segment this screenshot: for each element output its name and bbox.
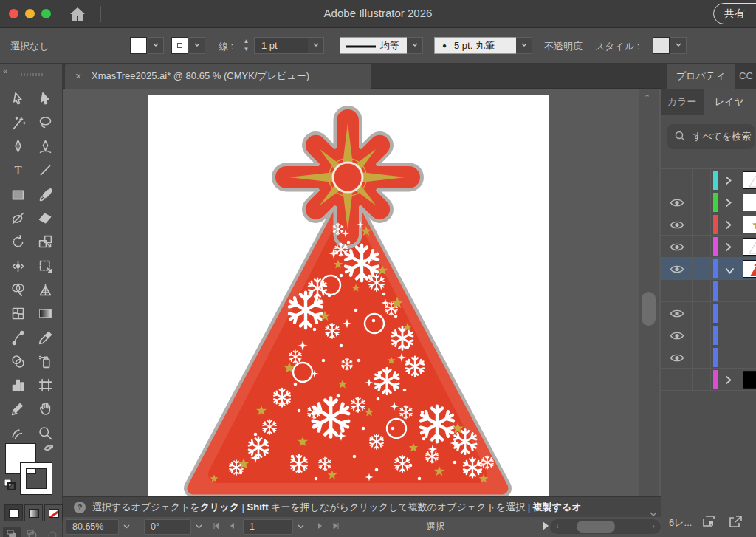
- zoom-dropdown[interactable]: [119, 519, 134, 535]
- layer-row[interactable]: [662, 346, 756, 369]
- width-profile-dropdown[interactable]: [407, 37, 423, 54]
- layer-visibility-empty[interactable]: [662, 369, 693, 391]
- rotate-tool[interactable]: [5, 232, 30, 253]
- gradient-tool[interactable]: [32, 304, 58, 324]
- style-swatch[interactable]: [653, 37, 670, 54]
- eyedropper-tool[interactable]: [32, 327, 58, 348]
- line-tool[interactable]: [32, 160, 58, 181]
- layer-lock-cell[interactable]: [693, 169, 711, 191]
- layer-row[interactable]: [662, 169, 756, 191]
- christmas-tree-artwork[interactable]: [148, 95, 549, 496]
- draw-normal-mode-icon[interactable]: [3, 527, 21, 537]
- draw-inside-mode-icon[interactable]: [43, 527, 61, 537]
- rotation-dropdown[interactable]: [191, 519, 206, 535]
- layer-visibility-empty[interactable]: [662, 169, 693, 191]
- home-icon[interactable]: [68, 5, 87, 23]
- variable-width-profile[interactable]: 均等: [340, 37, 408, 54]
- layer-row[interactable]: [662, 191, 756, 213]
- layer-thumbnail[interactable]: [743, 194, 756, 211]
- layer-lock-cell[interactable]: [693, 213, 711, 236]
- layer-thumbnail[interactable]: [743, 260, 756, 278]
- chevron-right-icon[interactable]: [725, 374, 735, 385]
- symbol-sprayer-tool[interactable]: [32, 351, 58, 372]
- layer-visibility-eye-icon[interactable]: [662, 258, 693, 280]
- layer-row[interactable]: [662, 213, 756, 236]
- close-window-button[interactable]: [9, 9, 18, 18]
- close-tab-icon[interactable]: ×: [75, 64, 81, 89]
- brush-definition[interactable]: ● 5 pt. 丸筆: [434, 37, 517, 54]
- layer-lock-cell[interactable]: [693, 324, 711, 346]
- layer-visibility-eye-icon[interactable]: [662, 346, 693, 369]
- layer-row[interactable]: [662, 236, 756, 258]
- layer-lock-cell[interactable]: [693, 369, 711, 391]
- width-tool[interactable]: [5, 256, 30, 276]
- chevron-right-icon[interactable]: [725, 175, 735, 185]
- horizontal-scrollbar[interactable]: ‹ ›: [550, 519, 661, 534]
- collect-for-export-icon[interactable]: [703, 516, 716, 530]
- artboard-tool[interactable]: [32, 375, 58, 396]
- magic-wand-tool[interactable]: [5, 112, 30, 133]
- color-mode-button[interactable]: [4, 504, 23, 521]
- help-icon[interactable]: ?: [74, 502, 86, 513]
- layer-row[interactable]: [662, 324, 756, 346]
- export-panel-icon[interactable]: [729, 516, 742, 530]
- zoom-window-button[interactable]: [41, 9, 51, 18]
- layer-thumbnail[interactable]: [743, 371, 756, 389]
- rotate-view-tool[interactable]: [5, 423, 30, 443]
- tab-color[interactable]: カラー: [667, 89, 697, 115]
- slice-tool[interactable]: [5, 399, 30, 420]
- fill-color-swatch[interactable]: [130, 37, 147, 54]
- vertical-scroll-thumb[interactable]: [642, 292, 656, 326]
- free-transform-tool[interactable]: [32, 256, 58, 276]
- shape-builder-tool[interactable]: [5, 279, 30, 300]
- chevron-right-icon[interactable]: [725, 197, 735, 208]
- stroke-color-indicator[interactable]: [21, 463, 52, 494]
- scroll-right-icon[interactable]: ›: [652, 521, 655, 530]
- stroke-weight-dropdown[interactable]: [308, 37, 324, 54]
- canvas-viewport[interactable]: ⌃: [63, 89, 661, 496]
- zoom-tool[interactable]: [32, 423, 58, 443]
- rotation-value[interactable]: 0°: [144, 519, 191, 535]
- selection-tool[interactable]: [5, 89, 30, 109]
- layers-search-input[interactable]: すべてを検索: [667, 124, 755, 149]
- tab-layers[interactable]: レイヤー: [704, 89, 756, 115]
- status-play-icon[interactable]: [541, 521, 549, 533]
- layer-row[interactable]: [662, 258, 756, 280]
- chevron-right-icon[interactable]: [725, 242, 735, 252]
- layer-row[interactable]: [662, 369, 756, 391]
- brush-dropdown[interactable]: [516, 37, 532, 54]
- last-artboard-icon[interactable]: [331, 521, 340, 533]
- default-fill-stroke-icon[interactable]: [4, 479, 16, 490]
- layer-lock-cell[interactable]: [693, 302, 711, 324]
- zoom-level[interactable]: 80.65%: [66, 519, 119, 535]
- artboard[interactable]: [148, 95, 549, 496]
- layer-visibility-eye-icon[interactable]: [662, 236, 693, 258]
- layer-visibility-empty[interactable]: [662, 280, 693, 302]
- layer-thumbnail[interactable]: [743, 238, 756, 256]
- eraser-tool[interactable]: [32, 208, 58, 229]
- artboard-dropdown[interactable]: [293, 519, 308, 535]
- stroke-color-swatch[interactable]: [171, 37, 188, 54]
- perspective-grid-tool[interactable]: [32, 279, 58, 300]
- layer-visibility-eye-icon[interactable]: [662, 191, 693, 213]
- document-tab[interactable]: × XmasTree2025.ai* @ 80.65 % (CMYK/プレビュー…: [65, 64, 371, 89]
- layer-lock-cell[interactable]: [693, 258, 711, 280]
- stroke-weight-value[interactable]: 1 pt: [254, 37, 309, 54]
- share-button[interactable]: 共有: [713, 3, 756, 24]
- panel-grip[interactable]: [21, 73, 43, 76]
- none-mode-button[interactable]: [44, 504, 63, 521]
- horizontal-scroll-thumb[interactable]: [577, 521, 615, 533]
- layer-lock-cell[interactable]: [693, 191, 711, 213]
- layer-lock-cell[interactable]: [693, 280, 711, 302]
- scale-tool[interactable]: [32, 232, 58, 253]
- mesh-tool[interactable]: [5, 304, 30, 324]
- layer-row[interactable]: [662, 302, 756, 324]
- rectangle-tool[interactable]: [5, 184, 30, 205]
- tab-properties[interactable]: プロパティ: [667, 64, 735, 89]
- hint-collapse-icon[interactable]: [650, 504, 657, 517]
- layer-thumbnail[interactable]: [743, 216, 756, 233]
- layer-row[interactable]: [662, 280, 756, 302]
- artboard-number[interactable]: 1: [243, 519, 293, 535]
- layer-thumbnail[interactable]: [743, 171, 756, 189]
- next-artboard-icon[interactable]: [317, 521, 324, 533]
